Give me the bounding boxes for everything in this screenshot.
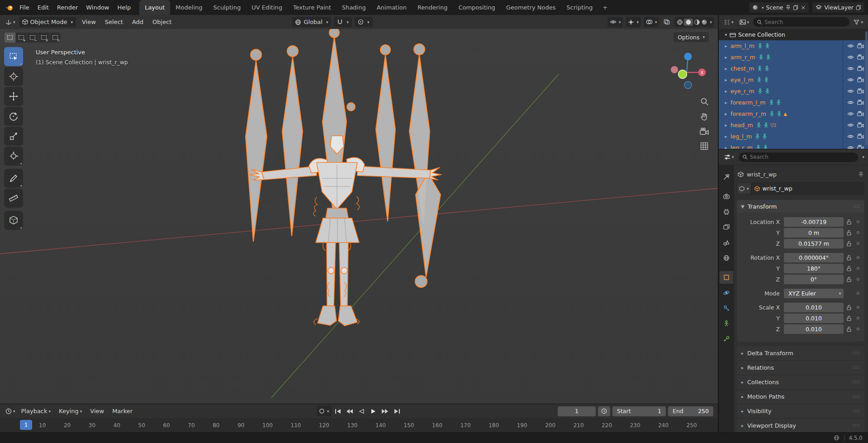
animate-decorator[interactable] bbox=[855, 220, 862, 223]
cursor-tool[interactable] bbox=[4, 67, 23, 86]
workspace-tab-modeling[interactable]: Modeling bbox=[170, 0, 208, 15]
hide-in-viewport-toggle[interactable] bbox=[847, 133, 854, 140]
disable-in-renders-toggle[interactable] bbox=[857, 77, 864, 83]
lock-icon[interactable] bbox=[846, 266, 852, 272]
lock-icon[interactable] bbox=[846, 230, 852, 236]
scale-tool[interactable] bbox=[4, 127, 23, 146]
expand-icon[interactable]: ▸ bbox=[722, 134, 730, 139]
object-name[interactable]: head_m bbox=[730, 122, 753, 129]
object-id-dropdown[interactable]: ▾ bbox=[737, 182, 751, 195]
transform-value-field[interactable]: 0.000004°▾ bbox=[784, 253, 844, 262]
snap-dropdown[interactable]: ▾ bbox=[334, 17, 352, 27]
measure-tool[interactable] bbox=[4, 189, 23, 208]
prev-keyframe-button[interactable] bbox=[345, 406, 355, 416]
panel-drag-handle[interactable]: ∷∷ bbox=[853, 408, 860, 414]
panel-drag-handle[interactable]: ∷∷ bbox=[853, 394, 860, 400]
outliner-row-leg-r-m[interactable]: ▸ leg_r_m ▲ ▽ bbox=[719, 142, 868, 149]
navigation-gizmo[interactable]: X bbox=[664, 49, 709, 95]
view-layer-selector[interactable]: ViewLayer bbox=[812, 2, 864, 13]
transform-value-field[interactable]: 0 m▾ bbox=[784, 228, 844, 238]
options-button[interactable]: Options ▾ bbox=[674, 32, 709, 42]
properties-tab-output[interactable] bbox=[720, 205, 733, 218]
disable-in-renders-toggle[interactable] bbox=[857, 145, 864, 149]
outliner-row-leg-l-m[interactable]: ▸ leg_l_m ▲ ▽ bbox=[719, 131, 868, 142]
animate-decorator[interactable] bbox=[855, 317, 862, 319]
outliner-filter-button[interactable]: ▾ bbox=[852, 19, 865, 25]
workspace-tab-rendering[interactable]: Rendering bbox=[412, 0, 453, 15]
animate-decorator[interactable] bbox=[855, 231, 862, 234]
hide-in-viewport-toggle[interactable] bbox=[847, 110, 854, 117]
playback-dropdown[interactable]: Playback▾ bbox=[17, 404, 55, 418]
viewport-menu-view[interactable]: View bbox=[78, 15, 100, 29]
timeline-menu-view[interactable]: View bbox=[86, 404, 108, 418]
outliner-row-scene-collection[interactable]: ▾ Scene Collection bbox=[719, 29, 868, 40]
properties-editor-type-button[interactable]: ▾ bbox=[722, 154, 736, 160]
object-type-visibility-dropdown[interactable]: ▾ bbox=[607, 17, 623, 27]
select-intersect-button[interactable]: ∩ bbox=[50, 33, 61, 43]
next-keyframe-button[interactable] bbox=[380, 406, 390, 416]
properties-tab-scene[interactable] bbox=[720, 236, 733, 249]
mode-dropdown[interactable]: Object Mode ▾ bbox=[19, 17, 76, 27]
panel-collections[interactable]: ▸ Collections ∷∷ bbox=[737, 375, 864, 390]
app-menu-file[interactable]: File bbox=[15, 0, 33, 15]
expand-icon[interactable]: ▸ bbox=[722, 145, 730, 149]
zoom-button[interactable] bbox=[700, 97, 709, 106]
properties-tab-physics[interactable] bbox=[720, 286, 733, 299]
select-extend-button[interactable]: + bbox=[16, 33, 27, 43]
panel-motion-paths[interactable]: ▸ Motion Paths ∷∷ bbox=[737, 390, 864, 404]
transform-value-field[interactable]: -0.00719▾ bbox=[784, 217, 844, 227]
pin-icon[interactable] bbox=[859, 171, 863, 177]
end-frame-field[interactable]: End250 bbox=[668, 406, 713, 416]
rendered-shading-button[interactable] bbox=[701, 19, 707, 25]
app-menu-help[interactable]: Help bbox=[114, 0, 135, 15]
workspace-tab-uv-editing[interactable]: UV Editing bbox=[246, 0, 288, 15]
timeline-editor-type-button[interactable]: ▾ bbox=[4, 408, 17, 414]
toggle-ortho-button[interactable] bbox=[700, 142, 709, 151]
animate-decorator[interactable] bbox=[855, 306, 862, 309]
properties-tab-view-layer[interactable] bbox=[720, 221, 733, 233]
overlays-dropdown[interactable]: ▾ bbox=[644, 17, 659, 27]
use-preview-range-toggle[interactable] bbox=[598, 406, 610, 416]
expand-icon[interactable]: ▸ bbox=[722, 89, 730, 94]
animate-decorator[interactable] bbox=[855, 278, 862, 281]
current-frame-field[interactable]: 1 bbox=[558, 406, 596, 416]
panel-relations[interactable]: ▸ Relations ∷∷ bbox=[737, 361, 864, 375]
select-invert-button[interactable]: × bbox=[38, 33, 49, 43]
transform-orientation-dropdown[interactable]: Global ▾ bbox=[292, 17, 331, 27]
workspace-tab-sculpting[interactable]: Sculpting bbox=[208, 0, 246, 15]
material-shading-button[interactable] bbox=[694, 19, 700, 25]
object-name[interactable]: arm_r_m bbox=[730, 54, 755, 61]
start-frame-field[interactable]: Start1 bbox=[612, 406, 666, 416]
animate-decorator[interactable] bbox=[855, 328, 862, 330]
disable-in-renders-toggle[interactable] bbox=[857, 43, 864, 49]
disable-in-renders-toggle[interactable] bbox=[857, 111, 864, 117]
panel-delta-transform[interactable]: ▸ Delta Transform ∷∷ bbox=[737, 346, 864, 361]
viewport-menu-object[interactable]: Object bbox=[148, 15, 175, 29]
xray-toggle[interactable] bbox=[662, 19, 672, 25]
disable-in-renders-toggle[interactable] bbox=[857, 88, 864, 94]
unlink-icon[interactable]: × bbox=[801, 4, 806, 11]
outliner-row-chest-m[interactable]: ▸ chest_m ▲ ▽ bbox=[719, 63, 868, 74]
hide-in-viewport-toggle[interactable] bbox=[847, 88, 854, 95]
scene-selector[interactable]: ▾ Scene × bbox=[749, 2, 809, 13]
auto-keyframe-dropdown[interactable]: ▾ bbox=[317, 406, 332, 416]
lock-icon[interactable] bbox=[846, 326, 852, 332]
properties-tab-render[interactable] bbox=[720, 190, 733, 203]
properties-tab-modifiers[interactable] bbox=[720, 333, 733, 345]
camera-view-button[interactable] bbox=[699, 127, 709, 136]
timeline-ruler[interactable]: 1020304050607080901001101201301401501601… bbox=[0, 418, 718, 432]
solid-shading-button[interactable] bbox=[684, 19, 693, 26]
object-name[interactable]: leg_r_m bbox=[730, 144, 753, 149]
playhead[interactable]: 1 bbox=[20, 420, 32, 430]
transform-tool[interactable] bbox=[4, 147, 23, 166]
properties-search[interactable] bbox=[739, 152, 859, 162]
move-tool[interactable] bbox=[4, 87, 23, 106]
transform-value-field[interactable]: 0.010▾ bbox=[784, 303, 844, 312]
copy-icon[interactable] bbox=[793, 5, 798, 10]
lock-icon[interactable] bbox=[846, 315, 852, 321]
object-name[interactable]: forearm_r_m bbox=[730, 110, 766, 117]
properties-tab-world[interactable] bbox=[720, 252, 733, 264]
add-cube-tool[interactable] bbox=[4, 211, 23, 230]
workspace-tab-layout[interactable]: Layout bbox=[139, 0, 170, 15]
jump-to-start-button[interactable] bbox=[333, 406, 343, 416]
